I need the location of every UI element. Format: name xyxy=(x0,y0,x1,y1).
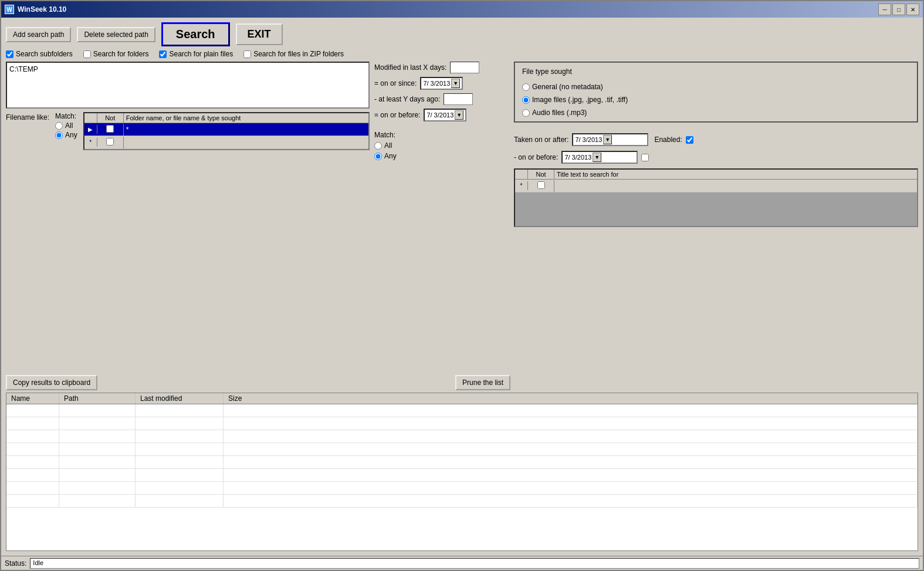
middle-panel: Modified in last X days: = on or since: … xyxy=(374,62,509,371)
cell-path xyxy=(59,495,136,507)
title-arrow-cell: * xyxy=(515,181,528,190)
cell-modified xyxy=(136,417,224,430)
match-mid-any-radio[interactable] xyxy=(374,153,382,160)
on-or-since-row: = on or since: 7/ 3/2013 ▼ xyxy=(374,77,509,90)
table-row[interactable] xyxy=(6,417,918,430)
file-type-general-label[interactable]: General (no metadata) xyxy=(522,83,910,91)
cell-modified xyxy=(136,482,224,494)
cell-modified xyxy=(136,443,224,455)
cell-modified xyxy=(136,404,224,417)
date-since-picker[interactable]: 7/ 3/2013 ▼ xyxy=(420,77,463,90)
file-type-audio-radio[interactable] xyxy=(522,109,530,117)
filter-name-cell-2[interactable] xyxy=(124,141,368,144)
right-panel: File type sought General (no metadata) I… xyxy=(514,62,918,371)
col-path: Path xyxy=(59,393,136,404)
title-grid: Not Title text to search for * xyxy=(514,168,918,227)
file-type-audio-label[interactable]: Audio files (.mp3) xyxy=(522,109,910,117)
status-bar: Status: Idle xyxy=(1,556,923,570)
copy-clipboard-button[interactable]: Copy results to clipboard xyxy=(6,375,97,390)
results-table[interactable]: Name Path Last modified Size xyxy=(6,393,918,551)
bottom-panel: Copy results to clipboard Prune the list… xyxy=(6,375,918,551)
filter-row[interactable]: * xyxy=(84,136,368,149)
restore-button[interactable]: □ xyxy=(892,4,905,15)
at-least-days-row: - at least Y days ago: xyxy=(374,93,509,105)
cell-size xyxy=(224,430,918,442)
table-row[interactable] xyxy=(6,430,918,443)
minimize-button[interactable]: ─ xyxy=(878,4,891,15)
prune-list-button[interactable]: Prune the list xyxy=(455,375,510,390)
taken-before-btn[interactable]: ▼ xyxy=(593,153,601,162)
match-mid-any-label[interactable]: Any xyxy=(374,152,509,160)
cell-size xyxy=(224,482,918,494)
file-type-general-radio[interactable] xyxy=(522,83,530,91)
filter-name-cell-1[interactable]: * xyxy=(124,124,368,135)
title-text-cell[interactable] xyxy=(554,185,917,187)
match-section-mid: Match: All Any xyxy=(374,131,509,160)
filter-not-cell[interactable] xyxy=(97,124,124,136)
search-folders-checkbox[interactable] xyxy=(83,50,91,58)
file-type-image-label[interactable]: Image files (.jpg, .jpeg, .tif, .tiff) xyxy=(522,96,910,104)
cell-size xyxy=(224,443,918,455)
toolbar: Add search path Delete selected path Sea… xyxy=(6,22,918,46)
taken-after-picker[interactable]: 7/ 3/2013 ▼ xyxy=(572,133,648,146)
results-rows xyxy=(6,404,918,550)
search-subfolders-label[interactable]: Search subfolders xyxy=(6,50,73,58)
title-not-checkbox[interactable] xyxy=(537,181,545,189)
search-plain-label[interactable]: Search for plain files xyxy=(159,50,233,58)
cell-size xyxy=(224,404,918,417)
at-least-label: - at least Y days ago: xyxy=(374,95,440,103)
table-row[interactable] xyxy=(6,469,918,482)
date-since-value: 7/ 3/2013 xyxy=(423,80,450,87)
date-since-btn[interactable]: ▼ xyxy=(451,79,460,88)
modified-days-row: Modified in last X days: xyxy=(374,62,509,73)
search-button[interactable]: Search xyxy=(161,22,230,46)
table-row[interactable] xyxy=(6,456,918,469)
cell-modified xyxy=(136,430,224,442)
filter-grid: Not Folder name, or file name & type sou… xyxy=(83,112,370,150)
taken-after-btn[interactable]: ▼ xyxy=(603,135,612,144)
close-button[interactable]: ✕ xyxy=(906,4,919,15)
cell-path xyxy=(59,456,136,468)
title-row[interactable]: * xyxy=(515,180,917,192)
path-list[interactable]: C:\TEMP xyxy=(6,62,370,109)
filter-not-cell-2[interactable] xyxy=(97,137,124,148)
table-row[interactable] xyxy=(6,443,918,456)
results-table-header: Name Path Last modified Size xyxy=(6,393,918,404)
title-header-not: Not xyxy=(528,170,554,179)
taken-before-enabled-checkbox[interactable] xyxy=(641,154,649,161)
taken-before-picker[interactable]: 7/ 3/2013 ▼ xyxy=(561,151,638,164)
match-mid-all-radio[interactable] xyxy=(374,142,382,150)
add-path-button[interactable]: Add search path xyxy=(6,27,71,42)
match-any-radio[interactable] xyxy=(55,131,63,139)
title-not-cell[interactable] xyxy=(528,180,554,192)
delete-path-button[interactable]: Delete selected path xyxy=(77,27,155,42)
search-zip-checkbox[interactable] xyxy=(243,50,251,58)
taken-after-row: Taken on or after: 7/ 3/2013 ▼ Enabled: xyxy=(514,133,918,146)
table-row[interactable] xyxy=(6,482,918,495)
search-plain-checkbox[interactable] xyxy=(159,50,167,58)
search-zip-label[interactable]: Search for files in ZIP folders xyxy=(243,50,344,58)
filter-not-checkbox-1[interactable] xyxy=(106,125,114,133)
match-all-label[interactable]: All xyxy=(55,121,77,130)
exit-button[interactable]: EXIT xyxy=(236,23,283,45)
match-any-label[interactable]: Any xyxy=(55,131,77,139)
search-folders-label[interactable]: Search for folders xyxy=(83,50,149,58)
checkboxes-row: Search subfolders Search for folders Sea… xyxy=(6,50,918,58)
y-days-input[interactable] xyxy=(444,93,473,105)
enabled-checkbox[interactable] xyxy=(686,136,693,144)
file-type-image-radio[interactable] xyxy=(522,96,530,104)
filter-not-checkbox-2[interactable] xyxy=(106,138,114,146)
table-row[interactable] xyxy=(6,404,918,417)
cell-size xyxy=(224,469,918,481)
filter-row[interactable]: ▶ * xyxy=(84,123,368,136)
match-all-radio[interactable] xyxy=(55,122,63,130)
table-row[interactable] xyxy=(6,495,918,508)
app-icon: W xyxy=(5,5,14,14)
x-days-input[interactable] xyxy=(450,62,479,73)
search-subfolders-checkbox[interactable] xyxy=(6,50,13,58)
match-mid-all-label[interactable]: All xyxy=(374,141,509,150)
main-area: C:\TEMP Filename like: Match: All Any xyxy=(6,62,918,371)
taken-before-row: - on or before: 7/ 3/2013 ▼ xyxy=(514,151,918,164)
date-before-btn[interactable]: ▼ xyxy=(455,110,463,120)
date-before-picker[interactable]: 7/ 3/2013 ▼ xyxy=(424,109,466,121)
